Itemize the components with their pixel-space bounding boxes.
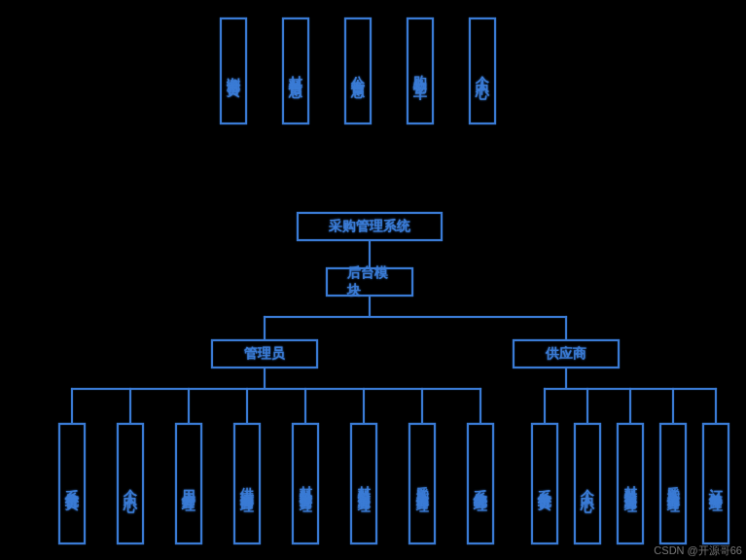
connector xyxy=(544,388,546,423)
nav-item: 材料信息 xyxy=(282,18,309,124)
admin-item: 采购入库管理 xyxy=(409,423,436,544)
connector xyxy=(71,388,481,390)
role-supplier: 供应商 xyxy=(513,339,620,368)
connector xyxy=(304,388,306,423)
connector xyxy=(246,388,248,423)
connector xyxy=(188,388,190,423)
supplier-item: 系统首页 xyxy=(531,423,558,544)
connector xyxy=(565,368,567,388)
connector xyxy=(264,316,567,318)
admin-item: 材料信息管理 xyxy=(350,423,377,544)
supplier-item: 订单管理 xyxy=(702,423,729,544)
admin-item: 系统管理 xyxy=(467,423,494,544)
nav-item: 公告信息 xyxy=(344,18,372,124)
connector xyxy=(480,388,481,423)
admin-item: 材料种类管理 xyxy=(292,423,319,544)
connector xyxy=(565,316,567,339)
connector xyxy=(369,241,371,267)
admin-item: 用户管理 xyxy=(175,423,202,544)
role-admin: 管理员 xyxy=(211,339,318,368)
connector xyxy=(715,388,717,423)
admin-item: 系统首页 xyxy=(58,423,86,544)
connector xyxy=(586,388,588,423)
nav-item: 浏览首页 xyxy=(220,18,247,124)
mid-node: 后台模块 xyxy=(326,267,413,297)
admin-item: 供应商管理 xyxy=(233,423,261,544)
nav-item: 个人中心 xyxy=(469,18,496,124)
connector xyxy=(421,388,423,423)
nav-item: 购物车 xyxy=(407,18,434,124)
watermark: CSDN @开源哥66 xyxy=(654,543,742,558)
connector xyxy=(629,388,631,423)
connector xyxy=(264,368,266,388)
connector xyxy=(369,297,371,316)
connector xyxy=(129,388,131,423)
connector xyxy=(71,388,73,423)
supplier-item: 材料信息管理 xyxy=(617,423,644,544)
supplier-item: 采购入库管理 xyxy=(659,423,687,544)
connector xyxy=(264,316,266,339)
connector xyxy=(363,388,365,423)
root-node: 采购管理系统 xyxy=(297,212,443,241)
connector xyxy=(672,388,674,423)
supplier-item: 个人中心 xyxy=(574,423,601,544)
admin-item: 个人中心 xyxy=(117,423,144,544)
